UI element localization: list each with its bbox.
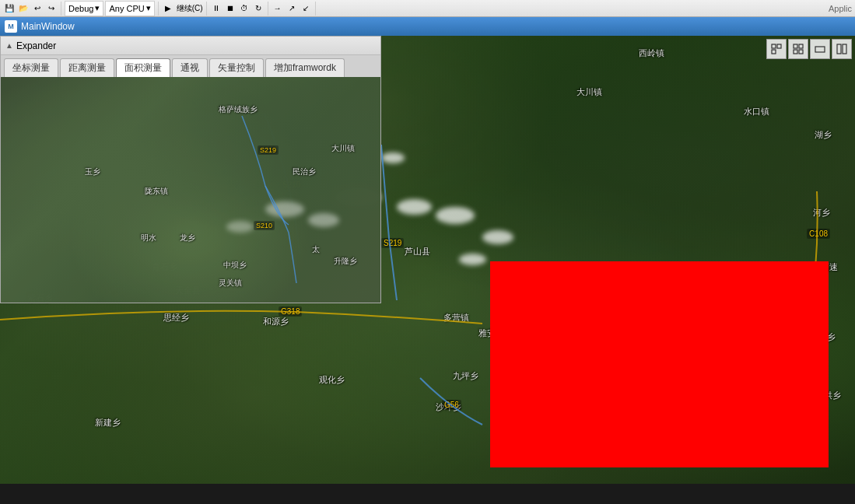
svg-rect-6 — [799, 50, 803, 54]
svg-rect-2 — [772, 50, 776, 54]
tb-continue[interactable]: ▶ — [162, 2, 174, 15]
snow-patch-4 — [459, 254, 486, 265]
chevron-down-icon: ▾ — [95, 3, 100, 13]
svg-rect-0 — [772, 44, 776, 48]
tb-refresh[interactable]: ↻ — [252, 2, 265, 15]
tab-distance[interactable]: 距离测量 — [60, 58, 114, 77]
tb-stepout[interactable]: ↗ — [286, 2, 298, 15]
sep5 — [315, 2, 316, 16]
red-rectangle — [490, 261, 829, 467]
map-ctrl-icon-4 — [836, 44, 847, 54]
expander-label: Expander — [16, 40, 56, 51]
tb-stop[interactable]: ⏹ — [224, 2, 237, 15]
sep3 — [206, 2, 207, 16]
window-chrome: M MainWindow — [0, 17, 855, 36]
svg-rect-1 — [777, 44, 781, 48]
app-title-label: Applic — [829, 4, 852, 13]
inner-snow-2 — [308, 213, 339, 227]
tb-pause[interactable]: ⏸ — [210, 2, 223, 15]
map-ctrl-icon-1 — [771, 44, 782, 54]
chevron-down-icon2: ▾ — [146, 3, 151, 13]
tb-undo[interactable]: ↩ — [31, 2, 44, 15]
snow-patch-3 — [436, 207, 475, 224]
tab-framework[interactable]: 增加framwordk — [265, 58, 345, 77]
svg-rect-7 — [815, 47, 825, 52]
map-ctrl-4[interactable] — [832, 39, 852, 59]
map-controls — [766, 39, 852, 59]
tab-vector[interactable]: 矢量控制 — [209, 58, 264, 77]
window-title: MainWindow — [21, 21, 75, 32]
tab-area[interactable]: 面积测量 — [116, 58, 170, 77]
tab-coordinate[interactable]: 坐标测量 — [4, 58, 58, 77]
tb-stepin[interactable]: ↙ — [300, 2, 312, 15]
svg-rect-4 — [799, 44, 803, 48]
cpu-label: Any CPU — [109, 4, 144, 13]
sep2 — [158, 2, 159, 16]
sep1 — [61, 2, 61, 16]
tb-step[interactable]: → — [272, 2, 284, 15]
debug-label: Debug — [68, 4, 93, 13]
snow-patch-2 — [397, 199, 432, 215]
expander-tab-bar: 坐标测量 距离测量 面积测量 通视 矢量控制 增加framwordk — [1, 55, 380, 77]
snow-patch-5 — [482, 230, 513, 244]
svg-rect-8 — [837, 44, 841, 54]
inner-snow-3 — [226, 221, 254, 233]
svg-rect-5 — [794, 50, 797, 54]
titlebar-icons: 💾 📂 ↩ ↪ Debug ▾ Any CPU ▾ ▶ 继续(C) ⏸ ⏹ ⏱ … — [3, 1, 317, 16]
expand-arrow-icon: ▲ — [5, 41, 13, 50]
map-ctrl-icon-3 — [815, 44, 825, 54]
snow-patch-6 — [381, 152, 405, 163]
sep4 — [268, 2, 268, 16]
map-ctrl-2[interactable] — [788, 39, 808, 59]
expander-panel: ▲ Expander 坐标测量 距离测量 面积测量 通视 矢量控制 增加fram… — [0, 36, 381, 303]
cpu-dropdown[interactable]: Any CPU ▾ — [105, 1, 154, 16]
map-ctrl-1[interactable] — [766, 39, 787, 59]
inner-snow-1 — [265, 201, 304, 217]
tb-redo[interactable]: ↪ — [45, 2, 58, 15]
tab-visibility[interactable]: 通视 — [172, 58, 208, 77]
continue-label: 继续(C) — [177, 3, 203, 14]
expander-header[interactable]: ▲ Expander — [1, 37, 380, 55]
tb-icon-save[interactable]: 💾 — [3, 2, 16, 15]
tb-icon-open[interactable]: 📂 — [17, 2, 30, 15]
svg-rect-9 — [843, 44, 846, 54]
map-ctrl-3[interactable] — [810, 39, 830, 59]
main-area: 西岭镇 大川镇 水口镇 湖乡 河乡 C108 高速 雅安市 芦山县 天全县 紫石… — [0, 36, 855, 484]
inner-map — [1, 77, 380, 303]
debug-dropdown[interactable]: Debug ▾ — [65, 1, 103, 16]
expander-content: 格萨绒族乡 陇东镇 民治乡 大川镇 S219 玉乡 明水 龙乡 中坝乡 灵关镇 … — [1, 77, 380, 303]
map-ctrl-icon-2 — [793, 44, 804, 54]
title-bar: 💾 📂 ↩ ↪ Debug ▾ Any CPU ▾ ▶ 继续(C) ⏸ ⏹ ⏱ … — [0, 0, 855, 17]
window-icon: M — [5, 20, 17, 33]
tb-clock[interactable]: ⏱ — [238, 2, 251, 15]
svg-rect-3 — [794, 44, 797, 48]
